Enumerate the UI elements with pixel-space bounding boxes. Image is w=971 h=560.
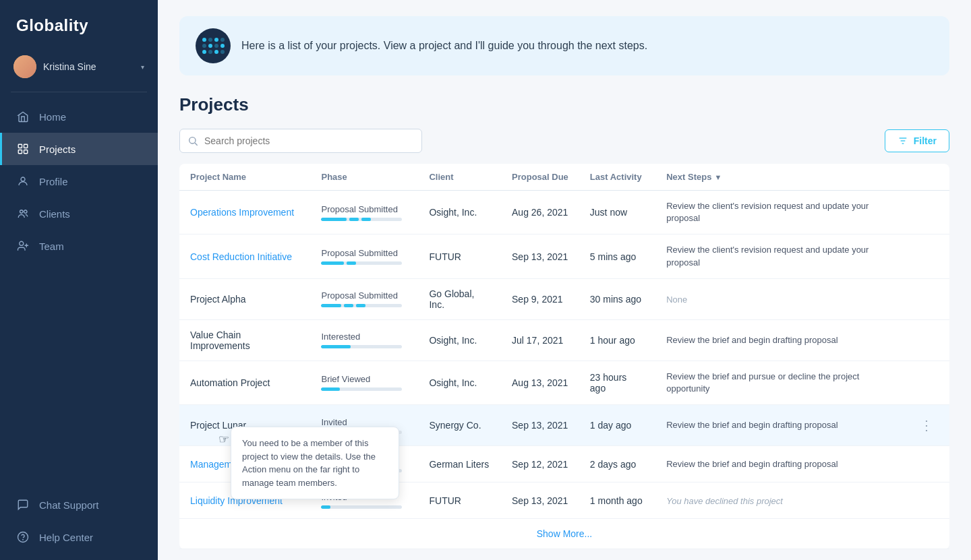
proposal-due-cell: Aug 26, 2021: [501, 191, 579, 235]
avatar: [13, 55, 36, 78]
app-logo: Globality: [0, 0, 158, 49]
col-project-name: Project Name: [179, 164, 310, 191]
table-row: Operations Improvement Proposal Submitte…: [179, 191, 949, 235]
phase-segment: [347, 261, 356, 265]
sort-icon[interactable]: ▼: [714, 173, 722, 181]
client-cell: Synergy Co.: [418, 405, 501, 446]
bot-dot: [202, 50, 206, 54]
action-cell: [904, 483, 949, 519]
cursor-icon: ☞: [218, 432, 229, 447]
sidebar-item-team[interactable]: Team: [0, 230, 158, 262]
phase-segment: [321, 304, 341, 307]
col-last-activity: Last Activity: [579, 164, 655, 191]
last-activity-cell: 1 day ago: [579, 405, 655, 446]
action-cell: ⋮: [904, 405, 949, 446]
bot-dot: [214, 50, 218, 54]
last-activity-cell: 1 hour ago: [579, 319, 655, 361]
col-next-steps: Next Steps ▼: [655, 164, 904, 191]
col-actions: [904, 164, 949, 191]
sidebar-item-profile[interactable]: Profile: [0, 165, 158, 197]
sidebar: Globality Kristina Sine ▾ Home Projects: [0, 0, 158, 560]
next-steps-cell: Review the brief and begin drafting prop…: [655, 446, 904, 483]
sidebar-item-profile-label: Profile: [39, 176, 68, 187]
project-link[interactable]: Operations Improvement: [190, 207, 294, 218]
sidebar-item-home[interactable]: Home: [0, 100, 158, 133]
bot-dot-grid: [202, 38, 225, 54]
bot-dot: [208, 38, 212, 42]
sidebar-item-clients[interactable]: Clients: [0, 197, 158, 230]
next-steps-cell: You have declined this project: [655, 483, 904, 519]
project-link[interactable]: Cost Reduction Initiative: [190, 251, 292, 262]
user-menu[interactable]: Kristina Sine ▾: [0, 49, 158, 92]
clients-icon: [16, 207, 30, 220]
search-input[interactable]: [179, 129, 422, 153]
sidebar-nav: Home Projects Profile Clients: [0, 100, 158, 560]
filter-button[interactable]: Filter: [885, 129, 949, 152]
phase-segment-empty: [353, 345, 374, 348]
table-row: Cost Reduction Initiative Proposal Submi…: [179, 235, 949, 278]
home-icon: [16, 110, 30, 123]
action-cell: [904, 278, 949, 319]
phase-segment: [321, 505, 330, 509]
last-activity-cell: 23 hours ago: [579, 361, 655, 404]
bot-dot: [208, 44, 212, 48]
bot-dot: [202, 44, 206, 48]
project-name-cell: Cost Reduction Initiative: [179, 235, 310, 278]
show-more-row: Show More...: [179, 519, 949, 549]
projects-icon: [16, 142, 30, 156]
bot-dot: [202, 38, 206, 42]
last-activity-cell: 5 mins ago: [579, 235, 655, 278]
sidebar-item-projects[interactable]: Projects: [0, 133, 158, 165]
phase-bar: [321, 387, 402, 391]
phase-segment: [361, 218, 371, 221]
table-row: Project Lunar ☞ You need to be a member …: [179, 405, 949, 446]
next-steps-cell: Review the client's revision request and…: [655, 191, 904, 235]
bot-message-banner: Here is a list of your projects. View a …: [179, 16, 949, 75]
row-action-button[interactable]: ⋮: [914, 414, 939, 436]
sidebar-item-help-center[interactable]: Help Center: [0, 521, 158, 553]
username: Kristina Sine: [43, 61, 134, 72]
action-cell: [904, 319, 949, 361]
search-wrapper: [179, 129, 422, 153]
table-row: Automation Project Brief Viewed Osight, …: [179, 361, 949, 404]
phase-segment-empty: [374, 218, 388, 221]
phase-segment: [321, 261, 344, 265]
phase-segment: [321, 345, 351, 348]
main-content: Here is a list of your projects. View a …: [158, 0, 971, 560]
action-cell: [904, 446, 949, 483]
bot-message-text: Here is a list of your projects. View a …: [241, 38, 647, 54]
action-cell: [904, 361, 949, 404]
phase-cell: Brief Viewed: [310, 361, 418, 404]
sidebar-item-projects-label: Projects: [39, 144, 76, 155]
svg-rect-1: [24, 144, 28, 148]
bot-dot: [208, 50, 212, 54]
profile-icon: [16, 175, 30, 188]
client-cell: Osight, Inc.: [418, 319, 501, 361]
bot-dot: [220, 44, 225, 48]
sidebar-item-chat-support[interactable]: Chat Support: [0, 489, 158, 521]
phase-bar: [321, 345, 402, 348]
projects-table: Project Name Phase Client Proposal Due L…: [179, 164, 949, 549]
phase-bar: [321, 304, 402, 307]
phase-label: Brief Viewed: [321, 374, 407, 384]
action-cell: [904, 191, 949, 235]
sidebar-item-team-label: Team: [39, 241, 64, 252]
svg-rect-2: [18, 150, 22, 154]
phase-segment-empty: [359, 261, 376, 265]
next-steps-cell: Review the brief and begin drafting prop…: [655, 405, 904, 446]
col-proposal-due: Proposal Due: [501, 164, 579, 191]
col-phase: Phase: [310, 164, 418, 191]
show-more-cell: Show More...: [179, 519, 949, 549]
proposal-due-cell: Sep 9, 2021: [501, 278, 579, 319]
svg-point-7: [20, 241, 24, 245]
phase-cell: Interested: [310, 319, 418, 361]
last-activity-cell: Just now: [579, 191, 655, 235]
show-more-button[interactable]: Show More...: [537, 528, 592, 539]
proposal-due-cell: Jul 17, 2021: [501, 319, 579, 361]
action-cell: [904, 235, 949, 278]
svg-point-6: [24, 210, 28, 214]
search-icon: [187, 135, 198, 146]
search-filter-row: Filter: [179, 129, 949, 153]
proposal-due-cell: Aug 13, 2021: [501, 361, 579, 404]
filter-icon: [898, 135, 908, 146]
